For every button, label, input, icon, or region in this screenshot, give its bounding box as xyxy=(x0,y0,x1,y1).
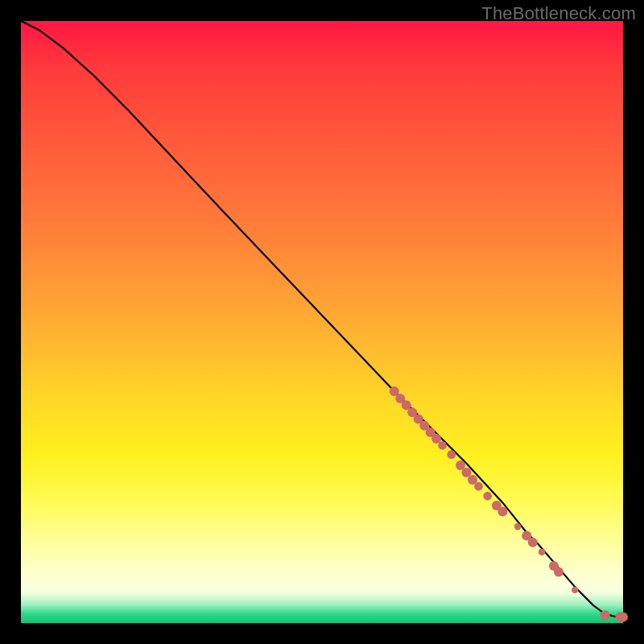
curve-line xyxy=(21,21,623,617)
data-marker xyxy=(539,549,545,555)
data-marker xyxy=(514,523,521,530)
data-marker xyxy=(447,450,456,459)
watermark-label: TheBottleneck.com xyxy=(481,3,636,24)
data-marker xyxy=(497,507,507,517)
data-marker xyxy=(572,587,578,593)
data-marker xyxy=(528,538,538,547)
data-marker xyxy=(618,613,628,622)
data-marker xyxy=(438,441,447,450)
plot-area xyxy=(21,21,623,623)
chart-svg xyxy=(21,21,623,623)
chart-frame: TheBottleneck.com xyxy=(0,0,644,644)
marker-group xyxy=(390,386,628,622)
data-marker xyxy=(601,610,610,620)
data-marker xyxy=(474,482,483,491)
data-marker xyxy=(554,567,564,576)
data-marker xyxy=(483,492,492,501)
